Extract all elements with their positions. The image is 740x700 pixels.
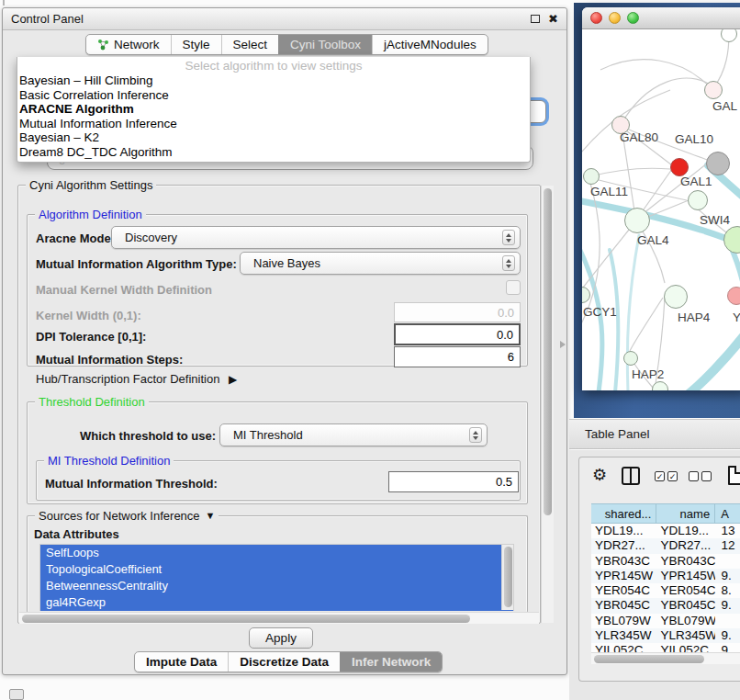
node-label-hap2: HAP2 bbox=[632, 367, 664, 381]
column-selector-icon[interactable] bbox=[622, 467, 640, 485]
tab-network-label: Network bbox=[114, 38, 160, 51]
select-all-rows-icon[interactable]: ✓ ✓ bbox=[655, 471, 678, 481]
table-row[interactable]: YIL052CYIL052C9. bbox=[591, 643, 740, 652]
network-window-titlebar[interactable] bbox=[582, 7, 740, 29]
close-window-icon[interactable]: ✖ bbox=[548, 15, 558, 24]
cell bbox=[715, 554, 740, 569]
which-threshold-combo[interactable]: MI Threshold bbox=[219, 423, 488, 446]
export-table-icon[interactable] bbox=[728, 466, 740, 485]
tab-discretize-data[interactable]: Discretize Data bbox=[228, 652, 340, 672]
settings-horizontal-scrollbar-thumb[interactable] bbox=[22, 615, 470, 623]
which-threshold-value: MI Threshold bbox=[233, 428, 303, 442]
cell: YDL19... bbox=[591, 524, 656, 538]
deselect-all-rows-icon[interactable] bbox=[689, 471, 712, 481]
table-row[interactable]: YPR145WYPR145W9. bbox=[591, 569, 740, 583]
kernel-width-label: Kernel Width (0,1): bbox=[36, 309, 141, 322]
settings-horizontal-scrollbar[interactable] bbox=[19, 612, 539, 624]
manual-kernel-checkbox[interactable] bbox=[506, 280, 521, 295]
tab-infer-network[interactable]: Infer Network bbox=[340, 652, 442, 672]
table-panel-body: ⚙ ✓ ✓ shared... name A YDL19...YDL19...1… bbox=[578, 457, 740, 682]
list-item-topologicalcoefficient[interactable]: TopologicalCoefficient bbox=[40, 561, 513, 578]
table-row[interactable]: YER054CYER054C8. bbox=[591, 583, 740, 598]
apply-button[interactable]: Apply bbox=[249, 627, 313, 649]
aracne-mode-combo[interactable]: Discovery bbox=[111, 226, 521, 249]
node-hap4[interactable] bbox=[664, 285, 688, 309]
close-traffic-light-icon[interactable] bbox=[590, 12, 602, 24]
cell: YER054C bbox=[656, 583, 715, 598]
column-header-partial[interactable]: A bbox=[715, 503, 740, 524]
tab-select[interactable]: Select bbox=[221, 35, 279, 54]
table-panel: ⚙ ✓ ✓ shared... name A YDL19...YDL19...1… bbox=[569, 450, 740, 700]
tab-jactivemnodules-label: jActiveMNodules bbox=[384, 38, 477, 51]
mi-threshold-label: Mutual Information Threshold: bbox=[45, 477, 218, 491]
mi-type-combo[interactable]: Naive Bayes bbox=[240, 252, 521, 275]
settings-vertical-scrollbar-thumb[interactable] bbox=[544, 188, 552, 515]
cell: 9. bbox=[715, 628, 740, 643]
gear-icon[interactable]: ⚙ bbox=[592, 467, 607, 483]
node-hap2[interactable] bbox=[623, 351, 638, 366]
dropdown-item-bayesian-k2[interactable]: Bayesian – K2 bbox=[17, 130, 530, 145]
collapse-down-icon[interactable]: ▼ bbox=[206, 509, 216, 523]
mi-threshold-group-title: MI Threshold Definition bbox=[44, 454, 174, 468]
data-attributes-list[interactable]: SelfLoops TopologicalCoefficient Between… bbox=[39, 544, 514, 611]
screen-corner-fragment bbox=[3, 0, 5, 6]
table-body[interactable]: YDL19...YDL19...13 YDR27...YDR27...12 YB… bbox=[591, 524, 740, 652]
node-selected-red[interactable] bbox=[670, 158, 689, 176]
dropdown-item-dream8[interactable]: Dream8 DC_TDC Algorithm bbox=[17, 145, 530, 160]
network-canvas[interactable]: GAL GAL80 GAL10 GAL1 GAL11 GAL4 SWI4 GCY… bbox=[582, 29, 740, 390]
hub-definition-expander[interactable]: Hub/Transcription Factor Definition ▶ bbox=[36, 372, 237, 386]
network-desktop-background: GAL GAL80 GAL10 GAL1 GAL11 GAL4 SWI4 GCY… bbox=[574, 3, 740, 418]
tab-jactivemnodules[interactable]: jActiveMNodules bbox=[372, 35, 488, 54]
cell: YDL19... bbox=[656, 524, 715, 538]
dropdown-item-basic-correlation[interactable]: Basic Correlation Inference bbox=[17, 88, 530, 103]
mi-steps-field[interactable]: 6 bbox=[394, 346, 521, 367]
minimize-traffic-light-icon[interactable] bbox=[609, 12, 621, 24]
cell: YIL052C bbox=[591, 643, 656, 652]
column-header-name[interactable]: name bbox=[656, 503, 715, 524]
attribute-list-scrollbar-thumb[interactable] bbox=[504, 547, 512, 607]
table-row[interactable]: YDR27...YDR27...12 bbox=[591, 538, 740, 553]
table-horizontal-scrollbar[interactable] bbox=[591, 652, 740, 664]
cell: YBR045C bbox=[656, 598, 715, 613]
attribute-list-scrollbar[interactable] bbox=[501, 545, 513, 610]
node-y-partial[interactable] bbox=[727, 287, 740, 305]
dpi-tolerance-field[interactable]: 0.0 bbox=[394, 323, 521, 345]
dropdown-item-mutual-information[interactable]: Mutual Information Inference bbox=[17, 117, 530, 131]
node-gal1[interactable] bbox=[688, 190, 708, 210]
float-window-icon[interactable] bbox=[531, 15, 540, 23]
cell: YIL052C bbox=[656, 643, 715, 652]
table-row[interactable]: YBR045CYBR045C9. bbox=[591, 598, 740, 613]
list-item-gal4rgexp[interactable]: gal4RGexp bbox=[40, 594, 513, 611]
column-header-shared-name[interactable]: shared... bbox=[591, 503, 656, 524]
tab-style-label: Style bbox=[183, 38, 210, 51]
tab-impute-data[interactable]: Impute Data bbox=[135, 652, 228, 672]
node-gal-top[interactable] bbox=[704, 81, 723, 99]
list-item-betweennesscentrality[interactable]: BetweennessCentrality bbox=[40, 578, 513, 594]
node-gal10[interactable] bbox=[706, 152, 730, 175]
expand-right-icon[interactable]: ▶ bbox=[229, 373, 237, 386]
dropdown-item-bayesian-hill-climbing[interactable]: Bayesian – Hill Climbing bbox=[17, 73, 530, 88]
table-row[interactable]: YBR043CYBR043C bbox=[591, 554, 740, 569]
dropdown-item-aracne[interactable]: ARACNE Algorithm bbox=[17, 102, 530, 117]
list-item-selfloops[interactable]: SelfLoops bbox=[40, 545, 513, 561]
node-gal11[interactable] bbox=[583, 168, 600, 185]
settings-vertical-scrollbar[interactable] bbox=[541, 186, 554, 623]
tab-cyni-toolbox[interactable]: Cyni Toolbox bbox=[278, 35, 372, 54]
sources-group-title-row[interactable]: Sources for Network Inference ▼ bbox=[35, 509, 219, 523]
kernel-width-field[interactable]: 0.0 bbox=[394, 302, 521, 322]
tab-network[interactable]: Network bbox=[86, 35, 171, 54]
cell: YBR045C bbox=[591, 598, 656, 613]
mi-threshold-field[interactable]: 0.5 bbox=[388, 471, 519, 492]
cell: YBL079W bbox=[591, 614, 656, 628]
node-gal4[interactable] bbox=[624, 208, 650, 233]
tab-style[interactable]: Style bbox=[171, 35, 221, 54]
node-label-gal1: GAL1 bbox=[680, 175, 712, 188]
network-view-window[interactable]: GAL GAL80 GAL10 GAL1 GAL11 GAL4 SWI4 GCY… bbox=[582, 7, 740, 390]
table-row[interactable]: YDL19...YDL19...13 bbox=[591, 524, 740, 538]
table-row[interactable]: YLR345WYLR345W9. bbox=[591, 628, 740, 643]
zoom-traffic-light-icon[interactable] bbox=[627, 12, 639, 24]
table-row[interactable]: YBL079WYBL079W bbox=[591, 614, 740, 628]
cell: 13 bbox=[715, 524, 740, 538]
table-horizontal-scrollbar-thumb[interactable] bbox=[594, 655, 704, 663]
splitter-collapse-icon[interactable] bbox=[560, 341, 566, 348]
